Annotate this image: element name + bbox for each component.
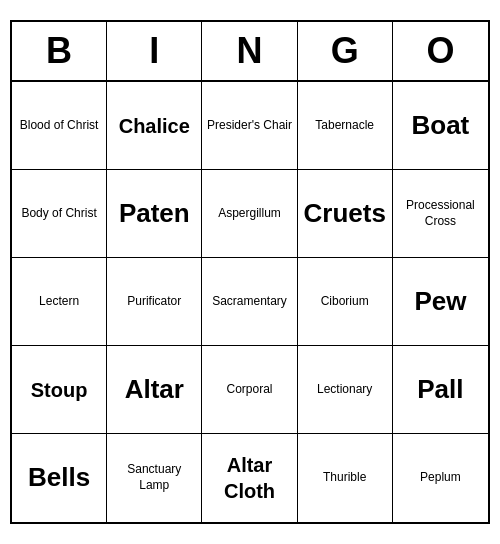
bingo-cell-17: Corporal: [202, 346, 297, 434]
bingo-cell-21: Sanctuary Lamp: [107, 434, 202, 522]
cell-text-2: Presider's Chair: [207, 118, 292, 134]
bingo-cell-6: Paten: [107, 170, 202, 258]
cell-text-19: Pall: [417, 373, 463, 407]
bingo-cell-0: Blood of Christ: [12, 82, 107, 170]
bingo-cell-16: Altar: [107, 346, 202, 434]
bingo-cell-18: Lectionary: [298, 346, 393, 434]
bingo-card: BINGO Blood of ChristChalicePresider's C…: [10, 20, 490, 524]
cell-text-11: Purificator: [127, 294, 181, 310]
bingo-cell-1: Chalice: [107, 82, 202, 170]
cell-text-22: Altar Cloth: [206, 452, 292, 504]
header-letter-o: O: [393, 22, 488, 80]
bingo-cell-23: Thurible: [298, 434, 393, 522]
cell-text-7: Aspergillum: [218, 206, 281, 222]
bingo-cell-5: Body of Christ: [12, 170, 107, 258]
cell-text-17: Corporal: [226, 382, 272, 398]
cell-text-3: Tabernacle: [315, 118, 374, 134]
cell-text-0: Blood of Christ: [20, 118, 99, 134]
bingo-cell-19: Pall: [393, 346, 488, 434]
cell-text-8: Cruets: [304, 197, 386, 231]
bingo-cell-14: Pew: [393, 258, 488, 346]
cell-text-14: Pew: [414, 285, 466, 319]
cell-text-20: Bells: [28, 461, 90, 495]
cell-text-1: Chalice: [119, 113, 190, 139]
header-letter-n: N: [202, 22, 297, 80]
bingo-cell-3: Tabernacle: [298, 82, 393, 170]
bingo-cell-11: Purificator: [107, 258, 202, 346]
bingo-cell-9: Processional Cross: [393, 170, 488, 258]
cell-text-15: Stoup: [31, 377, 88, 403]
bingo-cell-10: Lectern: [12, 258, 107, 346]
bingo-cell-7: Aspergillum: [202, 170, 297, 258]
cell-text-24: Peplum: [420, 470, 461, 486]
bingo-cell-13: Ciborium: [298, 258, 393, 346]
bingo-header: BINGO: [12, 22, 488, 82]
cell-text-13: Ciborium: [321, 294, 369, 310]
header-letter-g: G: [298, 22, 393, 80]
bingo-cell-24: Peplum: [393, 434, 488, 522]
bingo-grid: Blood of ChristChalicePresider's ChairTa…: [12, 82, 488, 522]
bingo-cell-8: Cruets: [298, 170, 393, 258]
cell-text-21: Sanctuary Lamp: [111, 462, 197, 493]
header-letter-b: B: [12, 22, 107, 80]
bingo-cell-4: Boat: [393, 82, 488, 170]
header-letter-i: I: [107, 22, 202, 80]
bingo-cell-22: Altar Cloth: [202, 434, 297, 522]
bingo-cell-20: Bells: [12, 434, 107, 522]
cell-text-6: Paten: [119, 197, 190, 231]
cell-text-10: Lectern: [39, 294, 79, 310]
cell-text-9: Processional Cross: [397, 198, 484, 229]
cell-text-16: Altar: [125, 373, 184, 407]
cell-text-23: Thurible: [323, 470, 366, 486]
cell-text-4: Boat: [412, 109, 470, 143]
cell-text-18: Lectionary: [317, 382, 372, 398]
bingo-cell-12: Sacramentary: [202, 258, 297, 346]
cell-text-5: Body of Christ: [21, 206, 96, 222]
cell-text-12: Sacramentary: [212, 294, 287, 310]
bingo-cell-2: Presider's Chair: [202, 82, 297, 170]
bingo-cell-15: Stoup: [12, 346, 107, 434]
